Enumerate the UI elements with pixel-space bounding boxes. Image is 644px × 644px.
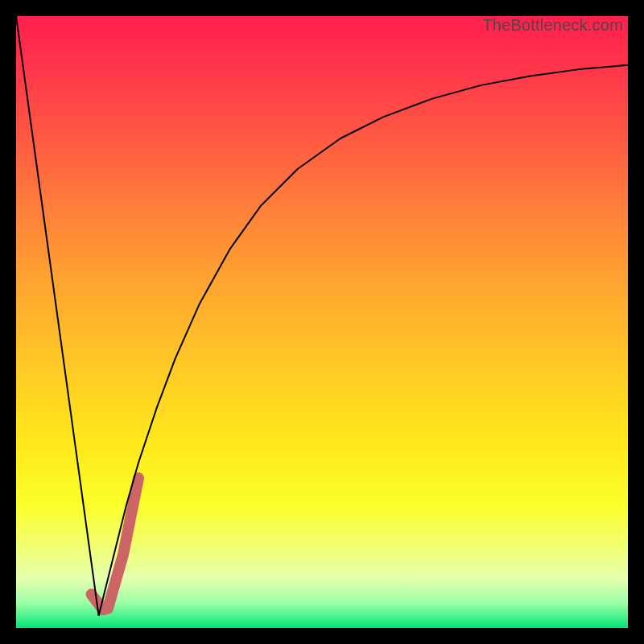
series-pink-marker [91,478,138,609]
plot-area: TheBottleneck.com [16,16,628,628]
chart-frame: TheBottleneck.com [0,0,644,644]
series-left-arm [16,16,99,616]
series-right-curve [99,65,628,616]
chart-svg [16,16,628,628]
